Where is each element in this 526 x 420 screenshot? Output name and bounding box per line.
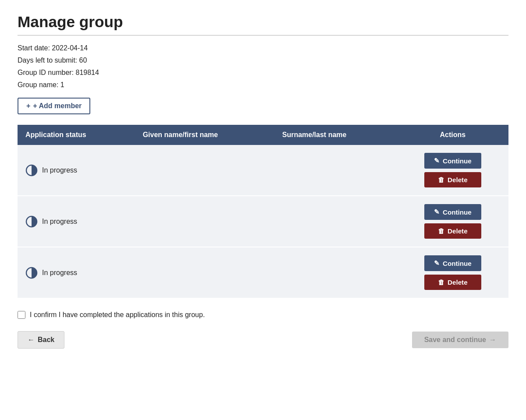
pencil-icon: ✎ xyxy=(434,157,440,165)
save-continue-label: Save and continue xyxy=(424,336,486,344)
start-date: Start date: 2022-04-14 xyxy=(18,44,508,52)
delete-label: Delete xyxy=(448,176,468,184)
status-cell: In progress xyxy=(18,247,135,298)
plus-icon: + xyxy=(26,102,30,110)
pencil-icon: ✎ xyxy=(434,259,440,267)
status-cell: In progress xyxy=(18,145,135,196)
continue-label: Continue xyxy=(443,157,472,165)
given-name-cell xyxy=(135,145,274,196)
status-text: In progress xyxy=(42,218,77,226)
confirm-row: I confirm I have completed the applicati… xyxy=(18,311,508,319)
pencil-icon: ✎ xyxy=(434,208,440,216)
in-progress-icon xyxy=(25,215,38,228)
col-actions: Actions xyxy=(397,125,508,145)
surname-cell xyxy=(274,145,397,196)
trash-icon: 🗑 xyxy=(438,227,444,235)
confirm-label[interactable]: I confirm I have completed the applicati… xyxy=(30,311,205,319)
delete-label: Delete xyxy=(448,279,468,286)
delete-button[interactable]: 🗑 Delete xyxy=(424,275,481,290)
actions-cell: ✎ Continue 🗑 Delete xyxy=(397,196,508,247)
trash-icon: 🗑 xyxy=(438,279,444,286)
surname-cell xyxy=(274,247,397,298)
continue-button[interactable]: ✎ Continue xyxy=(424,153,481,169)
status-cell: In progress xyxy=(18,196,135,247)
delete-label: Delete xyxy=(448,227,468,235)
actions-cell: ✎ Continue 🗑 Delete xyxy=(397,247,508,298)
given-name-cell xyxy=(135,196,274,247)
table-row: In progress ✎ Continue 🗑 Delete xyxy=(18,145,508,196)
in-progress-icon xyxy=(25,267,38,279)
page-title: Manage group xyxy=(18,13,508,31)
table-row: In progress ✎ Continue 🗑 Delete xyxy=(18,247,508,298)
given-name-cell xyxy=(135,247,274,298)
members-table: Application status Given name/first name… xyxy=(18,125,508,299)
continue-button[interactable]: ✎ Continue xyxy=(424,204,481,220)
table-header: Application status Given name/first name… xyxy=(18,125,508,145)
col-surname: Surname/last name xyxy=(274,125,397,145)
continue-button[interactable]: ✎ Continue xyxy=(424,255,481,271)
footer-buttons: ← Back Save and continue → xyxy=(18,331,508,349)
add-member-label: + Add member xyxy=(33,102,82,110)
col-status: Application status xyxy=(18,125,135,145)
page-container: Manage group Start date: 2022-04-14 Days… xyxy=(0,0,526,366)
status-text: In progress xyxy=(42,166,77,174)
save-continue-button[interactable]: Save and continue → xyxy=(412,332,508,348)
trash-icon: 🗑 xyxy=(438,176,444,184)
confirm-checkbox[interactable] xyxy=(18,311,25,319)
arrow-right-icon: → xyxy=(489,336,496,344)
status-text: In progress xyxy=(42,269,77,277)
surname-cell xyxy=(274,196,397,247)
table-body: In progress ✎ Continue 🗑 Delete In pr xyxy=(18,145,508,298)
group-name: Group name: 1 xyxy=(18,81,508,89)
continue-label: Continue xyxy=(443,260,472,267)
in-progress-icon xyxy=(25,164,38,176)
arrow-left-icon: ← xyxy=(28,336,35,344)
continue-label: Continue xyxy=(443,208,472,216)
table-row: In progress ✎ Continue 🗑 Delete xyxy=(18,196,508,247)
back-button[interactable]: ← Back xyxy=(18,331,64,349)
title-divider xyxy=(18,35,508,35)
add-member-button[interactable]: + + Add member xyxy=(18,98,90,114)
delete-button[interactable]: 🗑 Delete xyxy=(424,172,481,187)
days-left: Days left to submit: 60 xyxy=(18,56,508,64)
group-id: Group ID number: 819814 xyxy=(18,69,508,77)
col-given-name: Given name/first name xyxy=(135,125,274,145)
actions-cell: ✎ Continue 🗑 Delete xyxy=(397,145,508,196)
delete-button[interactable]: 🗑 Delete xyxy=(424,223,481,239)
back-label: Back xyxy=(38,336,54,344)
